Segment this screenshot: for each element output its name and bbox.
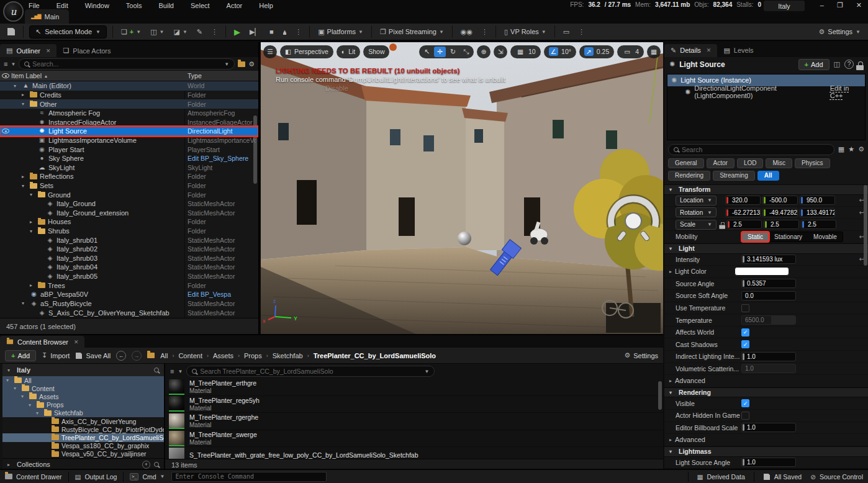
cb-search-input[interactable]	[200, 368, 421, 375]
blueprints-button[interactable]: ◫▼	[148, 25, 166, 38]
intensity-field[interactable]: 3.141593 lux	[741, 255, 796, 264]
search-icon[interactable]	[154, 462, 159, 467]
close-icon[interactable]: ✕	[46, 48, 51, 54]
menu-item[interactable]: Tools	[126, 2, 142, 9]
table-row[interactable]: ▾ Ground Folder	[0, 190, 258, 199]
rotate-tool[interactable]: ↻	[447, 47, 459, 57]
table-row[interactable]: Light Source DirectionalLight	[0, 127, 258, 136]
cb-add-button[interactable]: + Add	[5, 350, 36, 361]
table-row[interactable]: Sky Sphere Edit BP_Sky_Sphere	[0, 154, 258, 163]
save-button[interactable]	[5, 25, 17, 38]
mobility-static-button[interactable]: Static	[742, 232, 769, 242]
asset-row[interactable]: M_TreePlanter_rege5yh Material	[165, 396, 663, 413]
location-y-field[interactable]: -500.0	[762, 196, 798, 205]
rotation-dropdown[interactable]: Rotation▼	[676, 207, 717, 217]
select-tool[interactable]: ↖	[421, 47, 433, 57]
table-row[interactable]: LightmassImportanceVolume LightmassImpor…	[0, 136, 258, 145]
table-row[interactable]: Italy_shrub04 StaticMeshActor	[0, 263, 258, 272]
folder-tree-row[interactable]: TreePlanter_CC_by_LordSamueliSolo	[2, 433, 164, 441]
console-command-bar[interactable]	[171, 472, 327, 482]
section-lightmass[interactable]: ▾Lightmass	[664, 446, 868, 457]
eye-icon[interactable]	[2, 73, 9, 78]
asset-row[interactable]: S_TreePlanter_with_grate_free_low_poly_C…	[165, 447, 663, 459]
table-row[interactable]: SkyLight SkyLight	[0, 163, 258, 172]
breadcrumb-item[interactable]: Sketchfab	[273, 352, 303, 359]
mobility-movable-button[interactable]: Movable	[808, 232, 843, 242]
temperature-field[interactable]: 6500.0	[741, 315, 796, 325]
import-button[interactable]: ↧Import	[42, 351, 70, 359]
table-row[interactable]: Italy_shrub03 StaticMeshActor	[0, 254, 258, 263]
rendering-advanced-expander[interactable]: ▸Advanced	[664, 434, 868, 446]
edit-in-cpp-link[interactable]: Edit in C++	[830, 84, 861, 99]
actor-hidden-checkbox[interactable]	[741, 412, 749, 420]
table-row[interactable]: Player Start PlayerStart	[0, 145, 258, 154]
visible-checkbox[interactable]: ✓	[741, 399, 749, 407]
filter-chip[interactable]: All	[757, 171, 779, 181]
add-actor-button[interactable]: ❏+▼	[119, 25, 143, 38]
table-row[interactable]: aBP_Vespa50V Edit BP_Vespa	[0, 290, 258, 299]
virtual-camera-menu[interactable]: ⋮	[576, 28, 587, 36]
source-soft-angle-field[interactable]: 0.0	[741, 291, 796, 300]
minimize-button[interactable]: –	[820, 1, 824, 9]
frame-skip-button[interactable]: ▶▏	[247, 25, 263, 38]
folder-tree-row[interactable]: ▾ All	[2, 376, 164, 384]
filter-chip[interactable]: Streaming	[713, 171, 755, 181]
table-row[interactable]: ▸ Credits Folder	[0, 91, 258, 100]
mobility-stationary-button[interactable]: Stationary	[769, 232, 808, 242]
section-transform[interactable]: ▾Transform	[664, 184, 868, 195]
play-button[interactable]: ▶	[232, 25, 243, 38]
landscape-button[interactable]: ✎	[194, 25, 205, 38]
vp-roles-menu[interactable]: ▯VP Roles▼	[502, 25, 549, 38]
table-row[interactable]: ▾ aS_RustyBicycle StaticMeshActor	[0, 299, 258, 309]
close-icon[interactable]: ✕	[74, 339, 79, 345]
close-icon[interactable]: ✕	[707, 47, 712, 53]
chevron-down-icon[interactable]: ▼	[424, 369, 429, 374]
table-row[interactable]: InstancedFoliageActor InstancedFoliageAc…	[0, 117, 258, 127]
viewport-menu-button[interactable]: ☰	[263, 45, 277, 58]
table-row[interactable]: Italy_shrub05 StaticMeshActor	[0, 272, 258, 281]
cb-sources-header[interactable]: ▾ Italy	[2, 364, 164, 376]
close-button[interactable]: ✕	[856, 1, 862, 9]
details-search[interactable]	[668, 144, 834, 155]
folder-tree-row[interactable]: ▾ Assets	[2, 392, 164, 400]
expand-arrow-icon[interactable]: ▾	[30, 228, 35, 234]
filter-chip[interactable]: Rendering	[668, 171, 710, 181]
level-viewport[interactable]: Y x z ☰ ◧ Perspective ◐ Lit Show ↖ ✛ ↻ ⤡	[261, 42, 663, 334]
maximize-viewport-button[interactable]: ▦	[647, 45, 661, 58]
details-scrollbar[interactable]	[864, 185, 867, 266]
details-search-input[interactable]	[682, 146, 829, 153]
scale-z-field[interactable]: 2.5	[801, 220, 836, 229]
content-drawer-button[interactable]: Content Drawer	[5, 473, 62, 481]
section-light[interactable]: ▾Light	[664, 243, 868, 254]
back-button[interactable]: ←	[116, 351, 126, 361]
table-row[interactable]: Italy_Ground StaticMeshActor	[0, 199, 258, 209]
filter-chip[interactable]: LOD	[737, 158, 764, 168]
table-row[interactable]: Atmospheric Fog AtmosphericFog	[0, 109, 258, 118]
expand-arrow-icon[interactable]: ▾	[14, 386, 19, 391]
table-row[interactable]: Italy_shrub01 StaticMeshActor	[0, 235, 258, 245]
rotation-z-field[interactable]: 133.491723 °	[800, 208, 835, 217]
tab-outliner[interactable]: ▤ Outliner ✕	[0, 44, 57, 57]
show-menu[interactable]: Show	[363, 45, 389, 58]
light-source-angle-field[interactable]: 1.0	[741, 458, 796, 467]
tab-levels[interactable]: ▤ Levels	[717, 44, 759, 57]
eject-button[interactable]: ▴	[281, 25, 289, 38]
expand-arrow-icon[interactable]: ▾	[14, 83, 19, 89]
toolbar-overflow-menu[interactable]: ⋮	[209, 28, 220, 36]
perspective-select[interactable]: ◧ Perspective	[280, 45, 333, 58]
expand-arrow-icon[interactable]: ▸	[22, 174, 27, 179]
table-row[interactable]: S_Axis_CC_by_OliverYeung_Sketchfab Stati…	[0, 308, 258, 317]
indirect-lighting-field[interactable]: 1.0	[741, 352, 796, 361]
menu-item[interactable]: Select	[191, 2, 210, 9]
level-tab-main[interactable]: ▂▅▇ Main	[25, 9, 69, 24]
table-row[interactable]: Italy_shrub02 StaticMeshActor	[0, 245, 258, 254]
table-row[interactable]: ▸ Reflections Folder	[0, 172, 258, 181]
settings-menu[interactable]: ⚙ Settings ▼	[816, 25, 863, 38]
folder-tree-row[interactable]: Vespa_ss180_CC_by_graphix	[2, 442, 164, 450]
folder-tree-row[interactable]: ▾ Props	[2, 401, 164, 409]
breadcrumb-item[interactable]: TreePlanter_CC_by_LordSamueliSolo	[314, 352, 436, 359]
outliner-settings-button[interactable]: ⚙	[248, 60, 255, 68]
restore-button[interactable]: ❐	[837, 1, 843, 9]
platforms-menu[interactable]: ▣Platforms▼	[315, 25, 366, 38]
stop-button[interactable]: ■	[267, 25, 276, 38]
